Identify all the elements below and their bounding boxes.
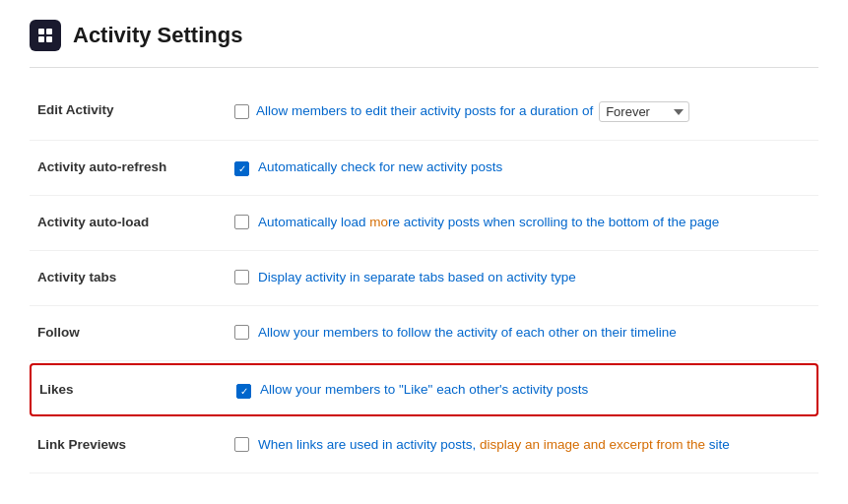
text-edit-activity: Allow members to edit their activity pos… [256,102,593,121]
row-activity-tabs: Activity tabs Display activity in separa… [30,251,818,306]
label-activity-tabs: Activity tabs [37,269,234,284]
checkbox-unchecked-icon [234,104,249,119]
checkbox-checked-icon: ✓ [234,161,249,176]
content-activity-tabs: Display activity in separate tabs based … [234,269,811,287]
checkbox-follow[interactable] [234,325,250,341]
svg-rect-0 [38,29,44,34]
content-edit-activity: Allow members to edit their activity pos… [234,101,811,122]
text-follow: Allow your members to follow the activit… [258,324,677,343]
label-likes: Likes [39,381,236,397]
page-icon [30,20,61,51]
checkbox-unchecked-icon4 [234,325,249,340]
content-activity-auto-refresh: ✓ Automatically check for new activity p… [234,158,811,177]
row-likes: Likes ✓ Allow your members to "Like" eac… [30,363,818,417]
row-link-previews: Link Previews When links are used in act… [30,418,818,473]
label-activity-auto-load: Activity auto-load [37,214,234,229]
checkbox-activity-auto-load[interactable] [234,215,250,230]
checkbox-likes[interactable]: ✓ [236,382,252,398]
row-edit-activity: Edit Activity Allow members to edit thei… [30,84,818,141]
label-activity-auto-refresh: Activity auto-refresh [37,158,234,174]
checkbox-unchecked-icon3 [234,270,249,284]
svg-rect-1 [46,29,52,34]
content-follow: Allow your members to follow the activit… [234,324,811,343]
settings-page: Activity Settings Edit Activity Allow me… [0,0,848,504]
page-header: Activity Settings [30,20,818,68]
text-activity-auto-load: Automatically load more activity posts w… [258,214,719,232]
checkbox-activity-auto-refresh[interactable]: ✓ [234,159,250,175]
content-activity-auto-load: Automatically load more activity posts w… [234,214,811,232]
text-likes: Allow your members to "Like" each other'… [260,381,588,400]
label-follow: Follow [37,324,234,340]
content-link-previews: When links are used in activity posts, d… [234,436,811,455]
text-activity-tabs: Display activity in separate tabs based … [258,269,576,287]
content-likes: ✓ Allow your members to "Like" each othe… [236,381,809,400]
text-link-previews: When links are used in activity posts, d… [258,436,730,455]
row-activity-auto-refresh: Activity auto-refresh ✓ Automatically ch… [30,141,818,196]
checkbox-link-previews[interactable] [234,437,250,453]
label-link-previews: Link Previews [37,436,234,452]
duration-select[interactable]: Forever 15 minutes 30 minutes 1 hour 24 … [599,101,689,122]
checkbox-activity-tabs[interactable] [234,270,250,285]
checkbox-unchecked-icon5 [234,437,249,452]
row-follow: Follow Allow your members to follow the … [30,306,818,361]
checkbox-checked-icon2: ✓ [236,384,251,399]
row-activity-auto-load: Activity auto-load Automatically load mo… [30,196,818,251]
page-title: Activity Settings [73,23,242,48]
label-edit-activity: Edit Activity [37,101,234,117]
text-activity-auto-refresh: Automatically check for new activity pos… [258,158,502,177]
svg-rect-3 [46,36,52,42]
checkbox-edit-activity[interactable] [234,104,250,120]
svg-rect-2 [38,36,44,42]
checkbox-unchecked-icon2 [234,215,249,229]
